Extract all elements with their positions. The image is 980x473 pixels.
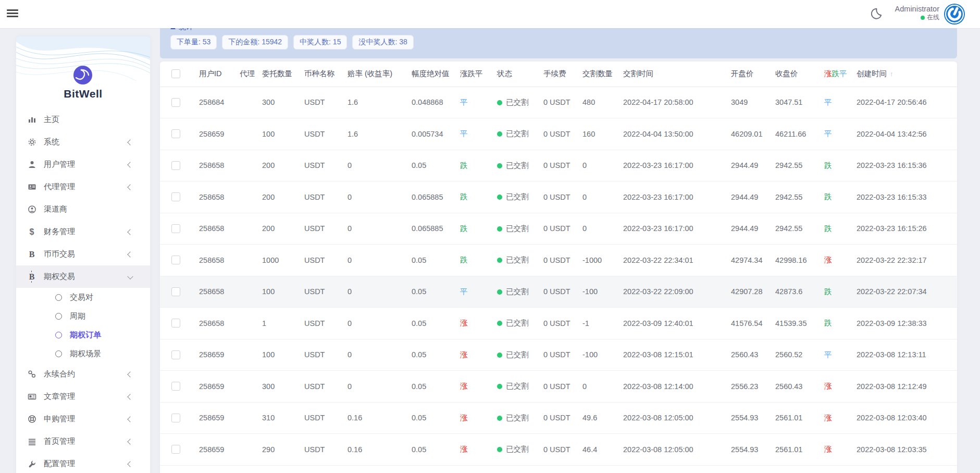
cell-direction: 涨 bbox=[454, 339, 491, 371]
cell-settle-time: 2022-04-17 20:58:00 bbox=[617, 87, 725, 118]
sidebar-item-1[interactable]: 系统 bbox=[16, 131, 150, 153]
select-all-checkbox[interactable] bbox=[171, 69, 180, 78]
menu-toggle-icon[interactable] bbox=[7, 8, 18, 19]
cell-select bbox=[160, 213, 193, 245]
stat-badge-3: 没中奖人数: 38 bbox=[352, 35, 413, 50]
cell-open: 3049 bbox=[725, 87, 769, 118]
status-dot-icon bbox=[497, 195, 502, 200]
cell-user-id: 258658 bbox=[193, 150, 233, 181]
cell-created: 2022-03-22 22:32:17 bbox=[850, 245, 957, 276]
cell-created: 2022-03-23 16:15:26 bbox=[850, 213, 957, 245]
cell-result: 平 bbox=[818, 87, 850, 118]
row-checkbox[interactable] bbox=[171, 224, 180, 233]
table-row: 258658100USDT00.05平已交割0 USDT-1002022-03-… bbox=[160, 276, 957, 308]
chevron-left-icon bbox=[127, 139, 133, 145]
cell-agent bbox=[233, 339, 256, 371]
status-dot-icon bbox=[497, 384, 502, 389]
cell-result: 跌 bbox=[818, 181, 850, 213]
sidebar-item-14[interactable]: 申购管理 bbox=[16, 408, 150, 430]
sidebar-item-12[interactable]: 永续合约 bbox=[16, 363, 150, 385]
row-checkbox[interactable] bbox=[171, 161, 180, 170]
sidebar: BitWell 主页系统用户管理代理管理渠道商$财务管理B币币交易B期权交易交易… bbox=[16, 37, 150, 473]
cell-user-id: 258659 bbox=[193, 371, 233, 403]
row-checkbox[interactable] bbox=[171, 256, 180, 264]
stat-badge-1: 下的金额: 15942 bbox=[222, 35, 288, 50]
cell-amount: 200 bbox=[256, 213, 298, 245]
row-checkbox[interactable] bbox=[171, 192, 180, 201]
cell-close: 2561.01 bbox=[769, 434, 818, 466]
sidebar-item-3[interactable]: 代理管理 bbox=[16, 176, 150, 198]
sidebar-item-7[interactable]: B期权交易 bbox=[16, 265, 150, 288]
row-checkbox[interactable] bbox=[171, 287, 180, 296]
cell-result: 跌 bbox=[818, 276, 850, 308]
row-checkbox[interactable] bbox=[171, 414, 180, 422]
radio-circle-icon bbox=[55, 350, 62, 357]
cell-status: 已交割 bbox=[491, 118, 537, 150]
cell-status: 已交割 bbox=[491, 276, 537, 308]
cell-amount: 290 bbox=[256, 434, 298, 466]
status-dot-icon bbox=[497, 100, 502, 105]
row-checkbox[interactable] bbox=[171, 129, 180, 138]
row-checkbox[interactable] bbox=[171, 350, 180, 359]
cell-close: 2942.55 bbox=[769, 181, 818, 213]
cell-agent bbox=[233, 87, 256, 118]
sidebar-subitem-11[interactable]: 期权场景 bbox=[16, 344, 150, 363]
sidebar-subitem-label: 周期 bbox=[70, 311, 85, 321]
row-checkbox[interactable] bbox=[171, 445, 180, 454]
sidebar-item-2[interactable]: 用户管理 bbox=[16, 153, 150, 176]
cell-user-id: 258658 bbox=[193, 308, 233, 339]
cell-user-id: 258659 bbox=[193, 339, 233, 371]
cell-agent bbox=[233, 371, 256, 403]
sidebar-subitem-label: 交易对 bbox=[70, 293, 93, 302]
sidebar-subitem-8[interactable]: 交易对 bbox=[16, 288, 150, 307]
row-checkbox[interactable] bbox=[171, 98, 180, 107]
cell-open: 2944.49 bbox=[725, 213, 769, 245]
chain-link-icon bbox=[27, 370, 36, 379]
list-lines-icon bbox=[27, 437, 36, 446]
cell-coin: USDT bbox=[298, 402, 341, 434]
cell-coin: USDT bbox=[298, 87, 341, 118]
column-header-7: 状态 bbox=[491, 62, 537, 87]
sidebar-item-6[interactable]: B币币交易 bbox=[16, 243, 150, 265]
sidebar-item-4[interactable]: 渠道商 bbox=[16, 198, 150, 221]
column-header-0: 用户ID bbox=[193, 62, 233, 87]
sidebar-item-16[interactable]: 配置管理 bbox=[16, 453, 150, 473]
row-checkbox[interactable] bbox=[171, 382, 180, 391]
cell-settle-qty: 46.4 bbox=[576, 434, 617, 466]
column-header-14[interactable]: 创建时间↑ bbox=[850, 62, 957, 87]
sidebar-item-label: 永续合约 bbox=[44, 369, 75, 379]
status-dot-icon bbox=[497, 321, 502, 326]
cell-status: 已交割 bbox=[491, 245, 537, 276]
sidebar-item-13[interactable]: 文章管理 bbox=[16, 385, 150, 408]
cell-fee: 0 USDT bbox=[537, 150, 576, 181]
sidebar-item-15[interactable]: 首页管理 bbox=[16, 430, 150, 453]
row-checkbox[interactable] bbox=[171, 319, 180, 328]
chevron-left-icon bbox=[127, 439, 133, 444]
cell-settle-qty: 160 bbox=[576, 118, 617, 150]
sidebar-item-5[interactable]: $财务管理 bbox=[16, 221, 150, 243]
sort-asc-arrow-icon[interactable]: ↑ bbox=[890, 70, 894, 78]
status-dot-icon bbox=[497, 353, 502, 358]
chevron-left-icon bbox=[127, 416, 133, 422]
cell-close: 2560.43 bbox=[769, 371, 818, 403]
sidebar-item-label: 配置管理 bbox=[44, 459, 75, 469]
cell-status: 已交割 bbox=[491, 150, 537, 181]
cell-close: 2942.55 bbox=[769, 213, 818, 245]
sidebar-item-0[interactable]: 主页 bbox=[16, 108, 150, 131]
dark-mode-moon-icon[interactable] bbox=[868, 6, 884, 21]
admin-avatar-power-icon[interactable] bbox=[944, 3, 965, 25]
admin-info[interactable]: Administrator 在线 bbox=[895, 4, 939, 21]
cell-user-id: 258658 bbox=[193, 181, 233, 213]
cell-open: 2560.43 bbox=[725, 339, 769, 371]
cell-select bbox=[160, 181, 193, 213]
status-dot-icon bbox=[497, 416, 502, 421]
cell-amount: 100 bbox=[256, 339, 298, 371]
cell-created: 2022-04-04 13:42:56 bbox=[850, 118, 957, 150]
sidebar-subitem-9[interactable]: 周期 bbox=[16, 307, 150, 325]
cell-direction: 跌 bbox=[454, 245, 491, 276]
cell-result: 跌 bbox=[818, 308, 850, 339]
sidebar-subitem-10[interactable]: 期权订单 bbox=[16, 325, 150, 344]
cell-created: 2022-03-08 12:03:40 bbox=[850, 402, 957, 434]
cell-close: 42873.6 bbox=[769, 276, 818, 308]
cell-settle-qty: 0 bbox=[576, 371, 617, 403]
